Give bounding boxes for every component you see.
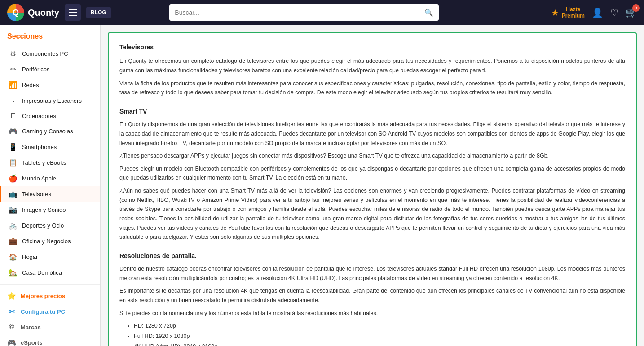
header: Q Quonty BLOG 🔍 ★ Hazte Premium 👤 ♡ 🛒 0 — [0, 0, 644, 25]
sidebar-label-deportes: Deportes y Ocio — [22, 222, 64, 229]
section-smart-tv: Smart TV En Quonty disponemos de una gra… — [119, 106, 625, 242]
header-actions: ★ Hazte Premium 👤 ♡ 🛒 0 — [551, 6, 637, 19]
resoluciones-title: Resoluciones de pantalla. — [119, 251, 625, 261]
sidebar-item-marcas[interactable]: © Marcas — [0, 320, 100, 335]
sidebar-label-configura-pc: Configura tu PC — [21, 308, 65, 315]
sidebar-label-ordenadores: Ordenadores — [22, 113, 56, 119]
sidebar-title: Secciones — [0, 32, 100, 46]
smart-home-icon: 🏡 — [9, 268, 18, 277]
blog-button[interactable]: BLOG — [86, 7, 111, 18]
star-icon: ★ — [551, 7, 559, 18]
resoluciones-text-1: Dentro de nuestro catálogo podrás encont… — [119, 264, 625, 283]
user-button[interactable]: 👤 — [592, 7, 603, 18]
sidebar-label-casa-domotica: Casa Domótica — [22, 269, 62, 276]
sidebar-item-ordenadores[interactable]: 🖥 Ordenadores — [0, 108, 100, 123]
sidebar-label-imagen-sonido: Imagen y Sonido — [22, 206, 66, 213]
sidebar-label-marcas: Marcas — [21, 324, 41, 331]
gamepad-icon: 🎮 — [9, 127, 18, 136]
sidebar-item-televisores[interactable]: 📺 Televisores — [0, 186, 100, 202]
sidebar: Secciones ⚙ Componentes PC ✏ Periféricos… — [0, 25, 101, 346]
search-bar: 🔍 — [169, 4, 439, 21]
tv-icon: 📺 — [9, 190, 18, 198]
premium-button[interactable]: ★ Hazte Premium — [551, 6, 585, 19]
sidebar-label-oficina: Oficina y Negocios — [22, 238, 71, 245]
intro-text-2: Visita la ficha de los productos que te … — [119, 79, 625, 97]
intro-text-1: En Quonty te ofrecemos un completo catál… — [119, 57, 625, 75]
section-intro: Televisores En Quonty te ofrecemos un co… — [119, 42, 625, 97]
main-section-title: Televisores — [119, 42, 625, 52]
sidebar-item-tablets[interactable]: 📋 Tablets y eBooks — [0, 155, 100, 171]
sidebar-item-smartphones[interactable]: 📱 Smartphones — [0, 139, 100, 155]
sidebar-divider — [0, 284, 100, 285]
apple-icon: 🍎 — [9, 174, 18, 183]
sidebar-label-perifericos: Periféricos — [22, 66, 49, 73]
premium-text: Hazte Premium — [562, 6, 585, 19]
camera-icon: 📷 — [9, 206, 18, 214]
section-resoluciones: Resoluciones de pantalla. Dentro de nues… — [119, 251, 625, 346]
sidebar-item-casa-domotica[interactable]: 🏡 Casa Domótica — [0, 265, 100, 280]
sidebar-item-gaming[interactable]: 🎮 Gaming y Consolas — [0, 123, 100, 139]
logo-icon: Q — [7, 4, 24, 21]
sidebar-item-hogar[interactable]: 🏠 Hogar — [0, 249, 100, 265]
gear-icon: ⚙ — [9, 49, 18, 58]
briefcase-icon: 💼 — [9, 237, 18, 245]
smart-tv-text-2: ¿Tienes pensado descargar APPs y ejecuta… — [119, 151, 625, 161]
bike-icon: 🚲 — [9, 221, 18, 230]
sidebar-item-mejores-precios[interactable]: ⭐ Mejores precios — [0, 288, 100, 304]
star-icon-sidebar: ⭐ — [7, 292, 16, 300]
sidebar-label-componentes-pc: Componentes PC — [22, 50, 68, 57]
content-card: Televisores En Quonty te ofrecemos un co… — [108, 32, 637, 346]
sidebar-label-impresoras: Impresoras y Escaners — [22, 97, 82, 104]
cart-badge: 0 — [632, 4, 640, 12]
sidebar-item-imagen-sonido[interactable]: 📷 Imagen y Sonido — [0, 202, 100, 218]
sidebar-item-componentes-pc[interactable]: ⚙ Componentes PC — [0, 46, 100, 61]
layout: Secciones ⚙ Componentes PC ✏ Periféricos… — [0, 25, 644, 346]
home-icon: 🏠 — [9, 253, 18, 261]
scissors-icon: ✂ — [7, 307, 16, 316]
sidebar-label-tablets: Tablets y eBooks — [22, 159, 66, 166]
sidebar-item-perifericos[interactable]: ✏ Periféricos — [0, 61, 100, 77]
main-content: Televisores En Quonty te ofrecemos un co… — [101, 25, 644, 346]
sidebar-label-televisores: Televisores — [22, 191, 51, 197]
menu-button[interactable] — [65, 4, 81, 21]
logo-text: Quonty — [28, 8, 59, 18]
resolution-4k: 4K UHD (ultra HD): 3840 x 2160p — [134, 342, 625, 346]
smart-tv-text-1: En Quonty disponemos de una gran selecci… — [119, 120, 625, 148]
sidebar-label-mejores-precios: Mejores precios — [21, 293, 65, 299]
resoluciones-text-3: Si te pierdes con la nomenclatura y los … — [119, 309, 625, 318]
resolution-fullhd: Full HD: 1920 x 1080p — [134, 332, 625, 341]
cart-button[interactable]: 🛒 0 — [626, 7, 637, 18]
sidebar-label-mundo-apple: Mundo Apple — [22, 175, 56, 182]
sidebar-item-impresoras[interactable]: 🖨 Impresoras y Escaners — [0, 93, 100, 108]
sidebar-item-oficina[interactable]: 💼 Oficina y Negocios — [0, 233, 100, 249]
smartphone-icon: 📱 — [9, 143, 18, 151]
tablet-icon: 📋 — [9, 158, 18, 167]
sidebar-label-esports: eSports — [21, 339, 42, 346]
sidebar-label-smartphones: Smartphones — [22, 144, 57, 150]
resolution-list: HD: 1280 x 720p Full HD: 1920 x 1080p 4K… — [134, 321, 625, 346]
wishlist-button[interactable]: ♡ — [610, 7, 618, 18]
search-input[interactable] — [175, 9, 424, 16]
sidebar-item-deportes[interactable]: 🚲 Deportes y Ocio — [0, 218, 100, 233]
esports-icon: 🎮 — [7, 338, 16, 346]
sidebar-label-hogar: Hogar — [22, 254, 38, 260]
sidebar-item-redes[interactable]: 📶 Redes — [0, 77, 100, 93]
resolution-hd: HD: 1280 x 720p — [134, 321, 625, 330]
smart-tv-text-3: Puedes elegir un modelo con Bluetooth co… — [119, 164, 625, 183]
wifi-icon: 📶 — [9, 81, 18, 89]
sidebar-item-configura-pc[interactable]: ✂ Configura tu PC — [0, 304, 100, 320]
smart-tv-title: Smart TV — [119, 106, 625, 116]
sidebar-label-redes: Redes — [22, 82, 39, 88]
sidebar-item-mundo-apple[interactable]: 🍎 Mundo Apple — [0, 171, 100, 186]
smart-tv-text-4: ¿Aún no sabes qué puedes hacer con una S… — [119, 186, 625, 242]
resoluciones-text-2: Es importante si te decantas por una res… — [119, 286, 625, 305]
search-button[interactable]: 🔍 — [424, 9, 433, 17]
copyright-icon: © — [7, 323, 16, 331]
sidebar-label-gaming: Gaming y Consolas — [22, 128, 73, 135]
sidebar-item-esports[interactable]: 🎮 eSports — [0, 335, 100, 346]
logo-q: Q — [13, 8, 19, 18]
pencil-icon: ✏ — [9, 65, 18, 74]
monitor-icon: 🖥 — [9, 112, 18, 120]
printer-icon: 🖨 — [9, 96, 18, 105]
logo-area: Q Quonty — [7, 4, 59, 21]
